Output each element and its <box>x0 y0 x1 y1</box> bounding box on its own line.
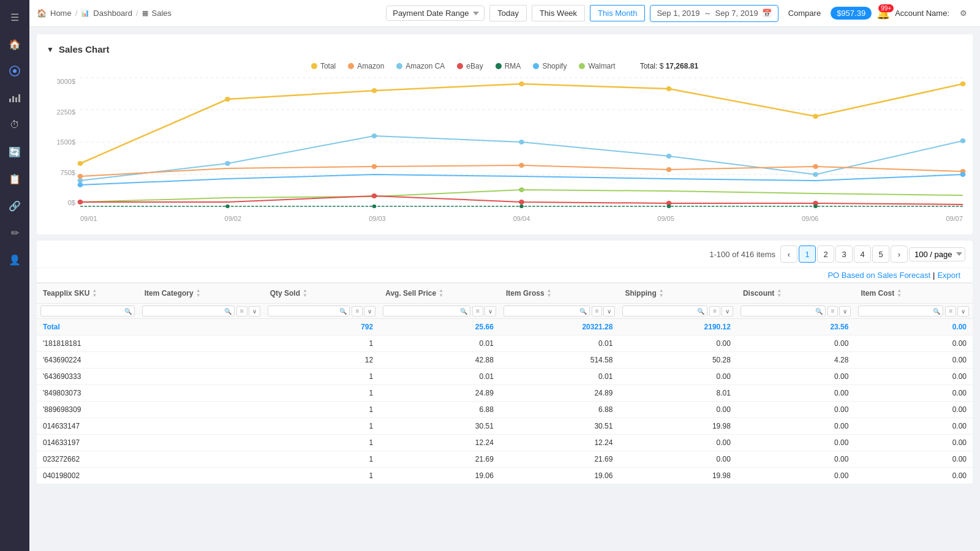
export-link[interactable]: Export <box>937 271 960 280</box>
sidebar-analytics-icon[interactable] <box>2 86 27 110</box>
chart-point-total-4 <box>666 86 672 91</box>
legend-dot-amazon-ca <box>396 63 402 69</box>
filter-qty-input[interactable] <box>271 307 338 315</box>
sidebar-list-icon[interactable]: 📋 <box>2 167 27 191</box>
settings-icon[interactable]: ⚙ <box>954 4 973 23</box>
legend-total-value: Total: $ 17,268.81 <box>640 62 698 70</box>
filter-eq-cost[interactable]: = <box>945 306 956 317</box>
filter-sku-input[interactable] <box>43 307 123 315</box>
chart-point-amzca-1 <box>225 161 230 166</box>
filter-avg-price-input[interactable] <box>386 307 458 315</box>
col-header-avg-price: Avg. Sell Price▲▼ <box>379 283 500 304</box>
row-category <box>138 418 264 435</box>
table-section: 1-100 of 416 items ‹ 1 2 3 4 5 › 100 / p… <box>37 241 973 484</box>
filter-sort-cost[interactable]: ∨ <box>957 306 969 317</box>
row-sku: '643690224 <box>37 352 138 369</box>
sidebar-menu-icon[interactable]: ☰ <box>2 5 27 29</box>
col-header-cost: Item Cost▲▼ <box>854 283 973 304</box>
table-row: 023272662 1 21.69 21.69 0.00 0.00 0.00 <box>37 451 973 468</box>
filter-discount-input[interactable] <box>744 307 813 315</box>
svg-rect-4 <box>15 97 17 102</box>
row-sku: 040198002 <box>37 468 138 484</box>
pagination-page-2[interactable]: 2 <box>817 246 834 263</box>
compare-button[interactable]: Compare <box>783 6 826 21</box>
date-range-select[interactable]: Payment Date Range <box>386 6 484 21</box>
filter-gross-input[interactable] <box>507 307 578 315</box>
filter-cost-input[interactable] <box>861 307 931 315</box>
row-category <box>138 385 264 402</box>
filter-sort-gross[interactable]: ∨ <box>603 306 615 317</box>
sidebar: ☰ 🏠 ⏱ 🔄 📋 🔗 ✏ 👤 <box>0 0 29 551</box>
notification-badge[interactable]: 🔔 99+ <box>876 7 890 20</box>
row-gross: 514.58 <box>500 352 619 369</box>
breadcrumb-dashboard[interactable]: Dashboard <box>93 9 132 18</box>
search-icon-qty: 🔍 <box>339 308 347 315</box>
chart-y-labels: 3000$ 2250$ 1500$ 750$ 0$ <box>47 78 80 206</box>
row-discount: 0.00 <box>737 418 855 435</box>
filter-eq-shipping[interactable]: = <box>709 306 720 317</box>
col-header-discount: Discount▲▼ <box>737 283 855 304</box>
sidebar-clock-icon[interactable]: ⏱ <box>2 113 27 137</box>
row-cost: 0.00 <box>854 451 973 468</box>
total-avg-price: 25.66 <box>379 319 500 335</box>
row-shipping: 0.00 <box>619 451 737 468</box>
filter-sort-shipping[interactable]: ∨ <box>722 306 733 317</box>
table-links: PO Based on Sales Forecast | Export <box>827 271 960 280</box>
row-gross: 19.06 <box>500 468 619 484</box>
chart-point-shopify-0 <box>78 182 83 187</box>
filter-shipping: 🔍 = ∨ <box>619 304 737 319</box>
row-gross: 21.69 <box>500 451 619 468</box>
filter-sort-qty[interactable]: ∨ <box>364 306 375 317</box>
search-icon-sku: 🔍 <box>124 308 132 315</box>
filter-eq-category[interactable]: = <box>236 306 247 317</box>
filter-sort-discount[interactable]: ∨ <box>839 306 851 317</box>
table-links-row: PO Based on Sales Forecast | Export <box>37 268 973 283</box>
y-label-1500: 1500$ <box>56 138 75 146</box>
filter-eq-qty[interactable]: = <box>352 306 363 317</box>
chart-point-amzca-0 <box>78 178 83 183</box>
chart-point-shopify-6 <box>960 172 966 177</box>
filter-sort-avg[interactable]: ∨ <box>484 306 496 317</box>
filter-eq-discount[interactable]: = <box>827 306 839 317</box>
filter-category-input[interactable] <box>145 307 222 315</box>
filter-sort-category[interactable]: ∨ <box>249 306 260 317</box>
po-forecast-link[interactable]: PO Based on Sales Forecast <box>827 271 930 280</box>
filter-eq-gross[interactable]: = <box>592 306 603 317</box>
sidebar-user-icon[interactable]: 👤 <box>2 247 27 272</box>
row-qty: 1 <box>264 468 380 484</box>
page-size-select[interactable]: 100 / page 50 / page 25 / page <box>909 247 965 261</box>
filter-shipping-input[interactable] <box>625 307 695 315</box>
row-discount: 0.00 <box>737 369 855 385</box>
sidebar-edit-icon[interactable]: ✏ <box>2 220 27 245</box>
pagination-page-3[interactable]: 3 <box>835 246 853 263</box>
row-cost: 0.00 <box>854 385 973 402</box>
breadcrumb: 🏠 Home / 📊 Dashboard / ▦ Sales <box>37 9 172 18</box>
row-discount: 0.00 <box>737 451 855 468</box>
row-avg-price: 30.51 <box>379 418 500 435</box>
total-sku: Total <box>37 319 138 335</box>
table-row: '889698309 1 6.88 6.88 0.00 0.00 0.00 <box>37 402 973 418</box>
today-button[interactable]: Today <box>489 5 527 21</box>
table-row: 014633197 1 12.24 12.24 0.00 0.00 0.00 <box>37 435 973 451</box>
pagination-page-4[interactable]: 4 <box>854 246 871 263</box>
sidebar-link-icon[interactable]: 🔗 <box>2 193 27 218</box>
sidebar-home-icon[interactable]: 🏠 <box>2 32 27 56</box>
pagination-next[interactable]: › <box>891 246 908 263</box>
sidebar-refresh-icon[interactable]: 🔄 <box>2 140 27 164</box>
this-week-button[interactable]: This Week <box>532 5 585 21</box>
x-label-0905: 09/05 <box>657 215 674 222</box>
legend-dot-ebay <box>457 63 463 69</box>
link-separator: | <box>933 271 935 280</box>
row-discount: 0.00 <box>737 402 855 418</box>
chart-header[interactable]: ▼ Sales Chart <box>47 44 963 54</box>
pagination-page-1[interactable]: 1 <box>799 246 816 263</box>
breadcrumb-home[interactable]: Home <box>50 9 72 18</box>
breadcrumb-sales[interactable]: Sales <box>152 9 172 18</box>
calendar-icon[interactable]: 📅 <box>762 9 772 18</box>
pagination-page-5[interactable]: 5 <box>872 246 889 263</box>
sidebar-dashboard-icon[interactable] <box>2 59 27 83</box>
row-shipping: 50.28 <box>619 352 737 369</box>
pagination-prev[interactable]: ‹ <box>780 246 797 263</box>
this-month-button[interactable]: This Month <box>590 5 645 21</box>
filter-eq-avg[interactable]: = <box>472 306 483 317</box>
